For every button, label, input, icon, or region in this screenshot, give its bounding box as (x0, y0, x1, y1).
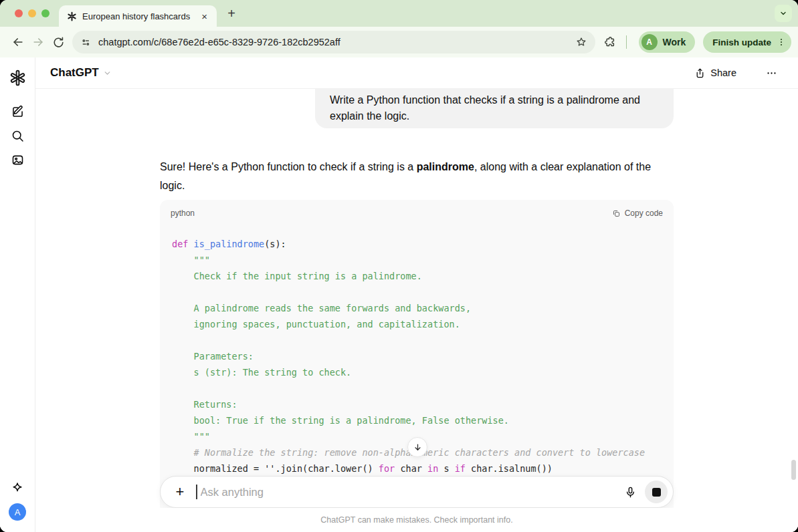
reload-button[interactable] (48, 32, 68, 52)
sidebar-new-chat-button[interactable] (7, 101, 28, 122)
conversation-options-button[interactable] (762, 63, 781, 82)
profile-avatar: A (641, 34, 658, 50)
openai-logo-icon (7, 67, 28, 88)
attach-button[interactable]: + (169, 481, 191, 503)
dictate-button[interactable] (619, 481, 641, 503)
new-tab-button[interactable]: + (223, 5, 239, 21)
user-message-bubble: Write a Python function that checks if a… (315, 89, 674, 128)
bold-term: palindrome (417, 161, 474, 172)
assistant-message: Sure! Here's a Python function to check … (160, 158, 674, 195)
tab-strip: European history flashcards × + (0, 0, 798, 27)
chevron-down-icon (779, 9, 787, 17)
arrow-down-icon (413, 442, 423, 452)
finish-update-label: Finish update (712, 37, 771, 47)
message-input-bar[interactable]: + (160, 476, 674, 508)
tab-search-button[interactable] (775, 5, 792, 22)
user-avatar[interactable]: A (9, 503, 26, 521)
back-arrow-icon (11, 35, 25, 49)
profile-label: Work (663, 37, 686, 47)
browser-menu-kebab-icon[interactable] (774, 35, 789, 49)
microphone-icon (624, 486, 637, 499)
chat-header: ChatGPT Share (35, 57, 798, 89)
share-icon (694, 68, 706, 79)
main-panel: ChatGPT Share Writ (35, 57, 798, 532)
bookmark-star-icon[interactable] (575, 36, 587, 48)
finish-update-button[interactable]: Finish update (703, 31, 791, 53)
url-bar[interactable]: chatgpt.com/c/68e76e2d-e65c-8329-9726-18… (72, 31, 595, 53)
stop-icon (652, 488, 661, 497)
copy-icon (612, 209, 621, 218)
footer: ChatGPT can make mistakes. Check importa… (35, 508, 798, 532)
library-images-icon (11, 153, 25, 167)
copy-code-label: Copy code (625, 209, 663, 218)
browser-window: European history flashcards × + chatgpt.… (0, 0, 798, 532)
text-caret (196, 485, 197, 499)
tab-title: European history flashcards (82, 11, 193, 21)
plus-icon: + (176, 483, 185, 501)
share-label: Share (710, 68, 736, 78)
sparkle-icon (11, 481, 24, 495)
extensions-button[interactable] (601, 32, 621, 52)
close-tab-icon[interactable]: × (199, 10, 210, 23)
code-block-header: python Copy code (160, 200, 674, 227)
page-title: ChatGPT (50, 66, 99, 80)
share-button[interactable]: Share (689, 64, 742, 82)
model-switcher[interactable]: ChatGPT (46, 63, 116, 82)
browser-toolbar: chatgpt.com/c/68e76e2d-e65c-8329-9726-18… (0, 27, 798, 57)
site-settings-icon (80, 37, 92, 48)
forward-button[interactable] (28, 32, 48, 52)
maximize-window-button[interactable] (41, 9, 49, 17)
chatgpt-app: A ChatGPT Share (0, 57, 798, 532)
profile-button[interactable]: A Work (639, 31, 696, 53)
reload-icon (52, 36, 65, 49)
browser-tab[interactable]: European history flashcards × (59, 5, 217, 27)
sidebar-library-button[interactable] (7, 149, 28, 170)
url-text: chatgpt.com/c/68e76e2d-e65c-8329-9726-18… (98, 37, 569, 47)
conversation-scroll-area[interactable]: Write a Python function that checks if a… (35, 89, 798, 532)
code-language-label: python (171, 209, 195, 218)
forward-arrow-icon (31, 35, 45, 49)
scroll-to-bottom-button[interactable] (407, 437, 427, 457)
close-window-button[interactable] (15, 9, 23, 17)
minimize-window-button[interactable] (28, 9, 36, 17)
page-scrollbar-thumb[interactable] (791, 460, 796, 480)
compose-icon (11, 105, 25, 119)
back-button[interactable] (8, 32, 28, 52)
sidebar-search-button[interactable] (7, 125, 28, 146)
stop-generating-button[interactable] (645, 481, 668, 503)
search-icon (11, 129, 25, 143)
sidebar: A (0, 57, 35, 532)
puzzle-icon (604, 36, 617, 49)
toolbar-divider (626, 35, 627, 49)
disclaimer-text: ChatGPT can make mistakes. Check importa… (320, 515, 512, 525)
traffic-lights (15, 9, 49, 17)
openai-favicon-icon (67, 11, 77, 21)
chevron-down-icon (103, 69, 112, 78)
copy-code-button[interactable]: Copy code (612, 209, 663, 218)
composer: + ChatGPT can make mis (35, 476, 798, 532)
ellipsis-icon (766, 68, 777, 79)
ask-anything-input[interactable] (199, 485, 620, 499)
sidebar-gpts-button[interactable] (7, 477, 28, 499)
